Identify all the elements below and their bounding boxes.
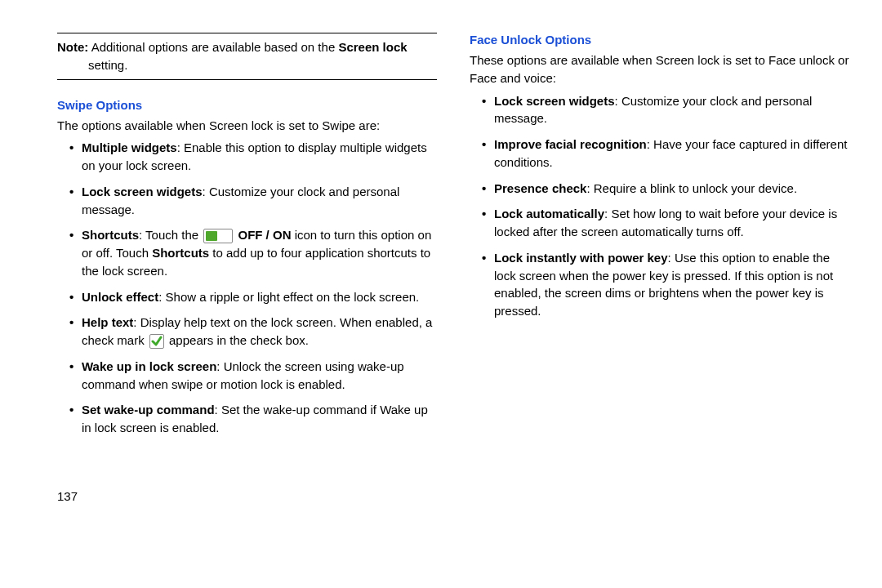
item-desc: : Show a ripple or light effect on the l… xyxy=(158,290,419,304)
swipe-options-heading: Swipe Options xyxy=(57,98,437,112)
checkmark-icon xyxy=(149,334,164,349)
list-item: Wake up in lock screen: Unlock the scree… xyxy=(72,358,437,394)
list-item: Lock screen widgets: Customize your cloc… xyxy=(72,183,437,219)
list-item: Help text: Display help text on the lock… xyxy=(72,314,437,350)
item-term: Wake up in lock screen xyxy=(82,359,216,373)
list-item: Lock automatically: Set how long to wait… xyxy=(484,205,849,241)
item-term: Lock screen widgets xyxy=(494,94,615,108)
item-term: Set wake-up command xyxy=(82,403,215,416)
list-item: Improve facial recognition: Have your fa… xyxy=(484,136,849,172)
item-term: Multiple widgets xyxy=(82,140,177,154)
item-desc: : Require a blink to unlock your device. xyxy=(586,181,797,195)
list-item: Presence check: Require a blink to unloc… xyxy=(484,180,849,198)
right-column: Face Unlock Options These options are av… xyxy=(470,33,849,572)
note-text1: Additional options are available based o… xyxy=(88,40,338,54)
list-item: Set wake-up command: Set the wake-up com… xyxy=(72,401,437,437)
toggle-off-on-icon xyxy=(203,229,233,243)
face-unlock-heading: Face Unlock Options xyxy=(470,33,849,47)
item-mid-bold2: Shortcuts xyxy=(152,246,209,260)
swipe-intro: The options available when Screen lock i… xyxy=(57,117,437,135)
item-term: Lock screen widgets xyxy=(82,185,203,198)
item-term: Unlock effect xyxy=(82,290,158,304)
note-bold: Screen lock xyxy=(338,40,407,54)
divider xyxy=(57,79,437,80)
left-column: Note: Additional options are available b… xyxy=(57,33,437,572)
page-number: 137 xyxy=(57,489,437,503)
list-item: Lock instantly with power key: Use this … xyxy=(484,249,849,320)
list-item: Lock screen widgets: Customize your cloc… xyxy=(484,92,849,128)
note-text2: setting. xyxy=(88,58,127,72)
item-term: Lock automatically xyxy=(494,207,604,220)
item-mid-bold: OFF / ON xyxy=(234,228,291,242)
note-label: Note: xyxy=(57,40,88,54)
item-term: Presence check xyxy=(494,181,586,195)
item-term: Lock instantly with power key xyxy=(494,251,668,265)
list-item: Unlock effect: Show a ripple or light ef… xyxy=(72,288,437,306)
divider xyxy=(57,33,437,33)
item-pre: : Touch the xyxy=(139,228,202,242)
list-item: Multiple widgets: Enable this option to … xyxy=(72,139,437,175)
item-term: Help text xyxy=(82,315,133,329)
swipe-options-list: Multiple widgets: Enable this option to … xyxy=(57,139,437,437)
item-term: Shortcuts xyxy=(82,228,139,242)
manual-page: Note: Additional options are available b… xyxy=(0,0,882,588)
item-post: appears in the check box. xyxy=(166,333,309,347)
face-options-list: Lock screen widgets: Customize your cloc… xyxy=(470,92,849,320)
item-term: Improve facial recognition xyxy=(494,137,647,151)
face-intro: These options are available when Screen … xyxy=(470,51,849,87)
list-item: Shortcuts: Touch the OFF / ON icon to tu… xyxy=(72,226,437,279)
note-block: Note: Additional options are available b… xyxy=(57,38,437,74)
